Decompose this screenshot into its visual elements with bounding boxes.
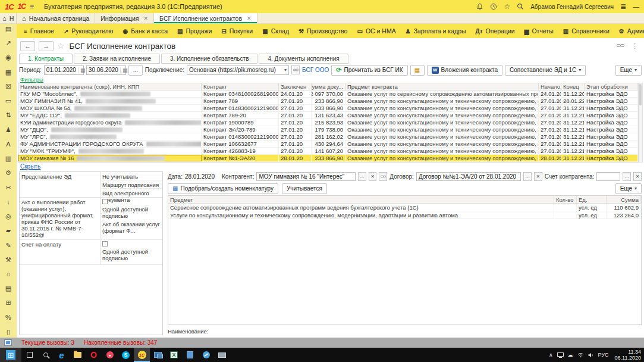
period-from-input[interactable]: 01.01.2020 ▦ [44, 65, 84, 75]
favorite-star-icon[interactable]: ☆ [57, 41, 65, 51]
start-button[interactable]: ⊞ [0, 348, 21, 362]
contract-row[interactable]: МУ "МФК "ТРИУМФ", Контракт 426883-19 27.… [18, 148, 638, 155]
contract-row[interactable]: МОУ ГИМНАЗИЯ № 41, Контракт 789 27.01.20… [18, 98, 638, 105]
col-unit[interactable]: Ед. [577, 196, 607, 203]
ribbon-item-manager[interactable]: ↗ Руководителю [59, 24, 118, 38]
letters-icon[interactable]: А [0, 141, 17, 148]
notes-icon[interactable]: ▤ [0, 26, 17, 32]
more-menu-icon[interactable]: ⋮ [632, 42, 638, 50]
taskbar-search-icon[interactable] [37, 348, 54, 362]
document-icon[interactable]: ▯ [0, 329, 17, 335]
ribbon-item-reports[interactable]: ▆ Отчеты [520, 24, 558, 38]
table-scrollbar[interactable] [639, 83, 643, 163]
chevron-down-icon[interactable]: ▾ [284, 67, 287, 73]
pc-app-icon[interactable] [214, 348, 230, 362]
ribbon-item-main[interactable]: ≡ Главное [19, 24, 59, 38]
excel-icon[interactable]: X [166, 348, 182, 362]
connection-select[interactable]: Основная (https://pik.mosreg.ru) ▾ [187, 65, 289, 75]
minimize-button[interactable]: — [633, 3, 639, 10]
col-amount[interactable]: Сумма доку... [312, 83, 345, 90]
view-tab[interactable]: 2. Заявки на исполнение [74, 54, 160, 64]
account-input[interactable] [596, 172, 620, 181]
ribbon-item-administration[interactable]: ⚙ Администрирование [614, 24, 644, 38]
pick-create-nomenclature-button[interactable]: ▦ Подобрать/создать номенклатуру [168, 183, 278, 194]
partners-icon[interactable]: ◎ [0, 213, 17, 220]
current-user[interactable]: Абрамов Геннадий Сергеевич [530, 4, 614, 10]
tray-monitor-icon[interactable] [557, 352, 564, 358]
ribbon-item-sales[interactable]: ▤ Продажи [172, 24, 216, 38]
percent-icon[interactable]: % [0, 314, 17, 321]
skype-icon[interactable]: S [118, 348, 134, 362]
folder-icon[interactable]: ▰ [0, 227, 17, 234]
document-app-icon[interactable] [182, 348, 198, 362]
contract-row[interactable]: КУИ администрации городского округа Конт… [18, 119, 638, 126]
service-menu-icon[interactable]: ≣ [620, 2, 626, 11]
1c-app-icon[interactable]: 1С [134, 348, 150, 362]
warehouse-icon[interactable]: ▦ [0, 69, 17, 76]
manager-icon[interactable]: ↗ [0, 40, 17, 46]
contract-row[interactable]: МУ "ДЦО", Контракт ЭА/20-789 27.01.20 17… [18, 126, 638, 133]
opera-icon[interactable]: O [86, 348, 102, 362]
col-end[interactable]: Конец [561, 83, 585, 90]
col-counterparty[interactable]: Наименование контрагента (сокр), ИНН, КП… [18, 83, 202, 90]
view-tab[interactable]: 1. Контракты [19, 54, 73, 64]
tray-volume-icon[interactable] [588, 352, 594, 358]
calendar-icon[interactable]: ▦ [78, 67, 86, 73]
connection-open-icon[interactable] [291, 65, 300, 74]
forward-button[interactable]: → [39, 41, 54, 51]
contract-row[interactable]: МОУ гимназия № 16 Контракт №1-ЭА/20 28.0… [18, 155, 638, 162]
ribbon-item-warehouse[interactable]: ▦ Склад [257, 24, 294, 38]
counterparty-clear-button[interactable]: ✕ [369, 172, 377, 181]
col-qty[interactable]: Кол-во [554, 196, 577, 203]
account-select-button[interactable]: … [623, 172, 631, 181]
contract-select-button[interactable]: … [523, 172, 532, 181]
browser-app-icon[interactable] [198, 348, 214, 362]
bank-icon[interactable]: ◉ [0, 54, 17, 61]
col-signed[interactable]: Заключен [279, 83, 312, 90]
date-value[interactable]: 28.01.2020 [185, 173, 215, 180]
chat-icon[interactable]: ● [102, 348, 118, 362]
view-tab[interactable]: 3. Исполнение обязательств [161, 54, 257, 64]
contract-clear-button[interactable]: ✕ [534, 172, 542, 181]
home-tab-stub[interactable]: ⌂ Н [0, 13, 17, 23]
period-options-button[interactable]: ... [128, 65, 143, 76]
get-link-icon[interactable] [617, 42, 624, 49]
ribbon-item-operations[interactable]: Дт Операции [471, 24, 520, 38]
ribbon-item-salary[interactable]: ♟ Зарплата и кадры [401, 24, 471, 38]
ribbon-item-production[interactable]: ⚒ Производство [294, 24, 352, 38]
sliders-icon[interactable]: ⇅ [0, 112, 17, 118]
ribbon-item-purchases[interactable]: ⊟ Покупки [216, 24, 257, 38]
edge-icon[interactable]: e [54, 348, 70, 362]
tray-expand-icon[interactable]: ∧ [549, 352, 553, 358]
calc-icon[interactable]: ⊞ [0, 299, 17, 306]
col-sum[interactable]: Сумма [607, 196, 641, 203]
tab-information[interactable]: Информация ✕ [95, 13, 154, 23]
no-account-checkbox[interactable] [102, 199, 108, 204]
ribbon-item-bank[interactable]: ◉ Банк и касса [118, 24, 172, 38]
contract-row[interactable]: МОУ ШКОЛА № 54, Контракт 014830002121900… [18, 105, 638, 112]
journal-icon[interactable]: ▤ [0, 285, 17, 292]
search-icon[interactable] [517, 3, 524, 10]
edo-settings-button[interactable]: ▦ [410, 65, 425, 76]
contract-row[interactable]: ФУ АДМИНИСТРАЦИИ ГОРОДСКОГО ОКРУГА Контр… [18, 141, 638, 148]
books-icon[interactable]: ▥ [0, 155, 17, 162]
task-view-icon[interactable] [21, 348, 37, 362]
edit-icon[interactable]: ✎ [0, 242, 17, 249]
filters-link[interactable]: Фильтры [20, 76, 43, 83]
counterparty-select-button[interactable]: … [358, 172, 366, 181]
ribbon-item-fixed-assets[interactable]: ▭ ОС и НМА [352, 24, 400, 38]
org-link[interactable]: БСГ ООО [302, 67, 329, 73]
hide-link[interactable]: Скрыть [20, 163, 40, 170]
home-icon[interactable]: ⌂ [0, 271, 17, 277]
box-icon[interactable]: ☒ [0, 83, 17, 90]
file-explorer-icon[interactable] [70, 348, 86, 362]
col-stage[interactable]: Этап обработки [585, 83, 638, 90]
contract-row[interactable]: МУ "ЛРС", Контракт 0148300021219000789 2… [18, 133, 638, 141]
ed-row[interactable]: Счет на оплату Одной доступной подписью [20, 240, 162, 265]
contract-row[interactable]: ГКУ МО "Мособллес", Контракт 03481000268… [18, 90, 638, 98]
scrollbar-thumb[interactable] [639, 84, 642, 105]
close-tab-icon[interactable]: ✕ [144, 15, 149, 21]
detail-more-button[interactable]: Еще ▾ [615, 183, 642, 194]
item-row[interactable]: Сервисное сопровождение автоматизированн… [168, 204, 641, 211]
tab-bsg-contracts[interactable]: БСГ Исполнение контрактов ✕ [154, 13, 257, 23]
